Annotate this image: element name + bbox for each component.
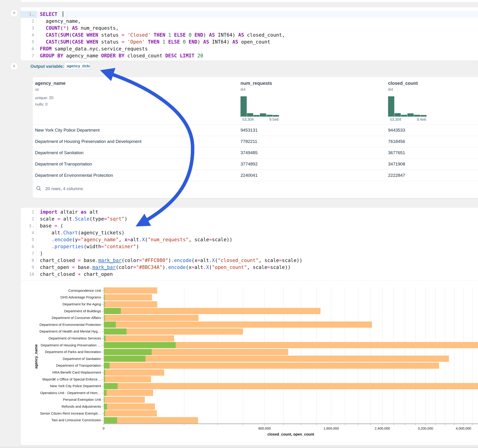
y-axis-tick: [102, 366, 104, 366]
y-axis-tick: [102, 331, 104, 332]
table-cell: 2240041: [240, 170, 258, 181]
line-number: 4: [20, 229, 37, 236]
line-number-text: 3: [31, 25, 34, 31]
code-token: alt: [87, 209, 98, 215]
code-line[interactable]: 3 COUNT(*) AS num_requests,: [20, 25, 478, 31]
code-token: X: [142, 237, 145, 243]
code-line[interactable]: 2 agency_name,: [20, 18, 478, 25]
code-token: .: [171, 258, 174, 263]
code-token: chart_open: [81, 272, 113, 277]
code-token: ): [66, 25, 72, 31]
chart-gridline: [415, 287, 415, 423]
code-token: (x: [186, 265, 191, 270]
column-stat: unique: 20: [35, 96, 53, 100]
code-token: ): [136, 244, 139, 249]
column-header[interactable]: num_requests: [240, 81, 272, 86]
code-token: sample_data.nyc.service_requests: [52, 46, 148, 52]
code-line[interactable]: 8chart_closed = base.mark_bar(color="#FF…: [20, 257, 478, 264]
code-line[interactable]: 5 CAST(SUM(CASE WHEN status = 'Open' THE…: [20, 38, 478, 45]
code-text: .encode(y="agency_name", x=alt.X("num_re…: [37, 236, 233, 243]
code-token: alt: [40, 230, 60, 236]
chart-gridline: [243, 287, 243, 423]
sql-code-editor[interactable]: 1⌄SELECT 2 agency_name,3 COUNT(*) AS num…: [20, 11, 478, 59]
open-count-bar: [104, 349, 152, 355]
code-line[interactable]: 7): [20, 250, 478, 257]
y-axis-tick: [102, 406, 104, 407]
histogram-bar: [401, 115, 407, 117]
x-axis-tick-label: 1,600,000: [323, 426, 339, 430]
column-header[interactable]: agency_name: [35, 81, 65, 86]
open-count-bar: [104, 369, 105, 376]
code-token: [194, 53, 197, 59]
closed-count-bar: [104, 390, 153, 396]
y-axis-tick: [102, 352, 104, 352]
code-token: [186, 32, 189, 38]
code-token: (: [57, 32, 60, 38]
code-token: [125, 32, 127, 38]
code-token: =: [197, 258, 200, 263]
line-number-text: 2: [31, 18, 34, 25]
line-number-text: 10: [29, 271, 34, 278]
chart-gridline: [445, 287, 445, 423]
code-token: status: [98, 39, 121, 45]
fold-chevron-icon[interactable]: ⌄: [32, 13, 34, 16]
line-number: 3: [20, 25, 37, 31]
code-token: [40, 39, 46, 45]
chart-gridline: [264, 287, 265, 423]
y-axis-category-label: Department of Homeless Services: [35, 336, 101, 340]
code-token: "#8BC34A": [136, 265, 162, 270]
closed-count-bar: [104, 410, 157, 417]
y-axis-tick: [102, 379, 104, 380]
column-header[interactable]: closed_count: [388, 81, 418, 86]
code-token: ): [203, 32, 209, 38]
table-cell: 9453131: [240, 124, 258, 136]
code-line[interactable]: 1import altair as alt: [20, 209, 478, 216]
code-token: (: [57, 223, 63, 229]
chart-gridline: [316, 287, 317, 423]
code-line[interactable]: 4 CAST(SUM(CASE WHEN status = 'Closed' T…: [20, 31, 478, 38]
code-token: =: [72, 265, 75, 270]
code-line[interactable]: 3⌄base = (: [20, 222, 478, 229]
code-line[interactable]: 9chart_open = base.mark_bar(color="#8BC3…: [20, 264, 478, 271]
y-axis-category-label: Department of Housing Preservation …: [35, 343, 101, 347]
y-axis-tick: [102, 413, 104, 414]
chart-gridline: [217, 287, 218, 423]
code-line[interactable]: 2scale = alt.Scale(type="sqrt"): [20, 216, 478, 222]
open-count-bar: [104, 383, 118, 389]
code-token: "#FFC080": [142, 258, 168, 263]
code-line[interactable]: 7GROUP BY agency_name ORDER BY closed_co…: [20, 52, 478, 59]
code-token: (: [69, 32, 72, 38]
closed-count-bar: [104, 417, 198, 423]
code-token: (agency_tickets): [78, 230, 124, 236]
code-token: , scale: [247, 265, 267, 270]
search-icon[interactable]: [36, 186, 42, 191]
table-cell: 3774892: [240, 158, 258, 170]
output-variable-input[interactable]: agency_tickets: [64, 62, 90, 70]
code-line[interactable]: 6 .properties(width="container"): [20, 243, 478, 250]
add-cell-button-top[interactable]: +: [10, 9, 18, 17]
code-line[interactable]: 1⌄SELECT: [20, 11, 478, 18]
code-line[interactable]: 5 .encode(y="agency_name", x=alt.X("num_…: [20, 236, 478, 243]
python-code-editor[interactable]: 1import altair as alt2scale = alt.Scale(…: [20, 209, 478, 278]
code-token: =: [267, 265, 270, 270]
code-token: closed_count: [125, 53, 165, 59]
fold-chevron-icon[interactable]: ⌄: [32, 224, 34, 227]
add-cell-button-middle[interactable]: +: [10, 62, 18, 70]
code-line[interactable]: 4 alt.Chart(agency_tickets): [20, 229, 478, 236]
column-type: str: [35, 87, 39, 92]
chart-gridline: [464, 287, 464, 423]
code-line[interactable]: 10chart_closed + chart_open: [20, 271, 478, 278]
code-token: =: [78, 258, 81, 263]
code-token: X: [206, 265, 209, 270]
code-token: [165, 32, 168, 38]
code-line[interactable]: 6FROM sample_data.nyc.service_requests: [20, 45, 478, 52]
code-token: GROUP BY: [40, 53, 63, 59]
code-token: scale)): [270, 265, 291, 270]
line-number: 9: [20, 264, 37, 271]
code-token: COUNT: [46, 25, 60, 31]
code-token: as: [81, 209, 87, 215]
code-token: AS: [209, 32, 215, 38]
y-axis-category-label: Senior Citizen Rent Increase Exempti…: [35, 412, 101, 415]
line-number-text: 5: [31, 236, 34, 243]
line-number-text: 4: [31, 229, 34, 236]
